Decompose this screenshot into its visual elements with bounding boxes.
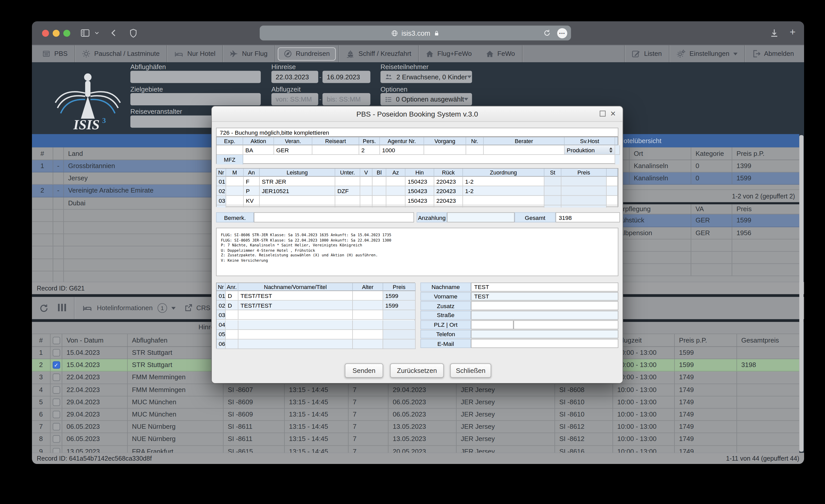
passenger-cell-r4-c3[interactable]	[353, 330, 383, 339]
passenger-cell-r0-c1[interactable]: D	[226, 291, 238, 301]
zoom-traffic-light[interactable]	[63, 30, 70, 37]
services-cell-r0-c10[interactable]: 1-2	[463, 177, 544, 186]
shield-icon[interactable]	[129, 27, 138, 39]
services-cell-r2-c9[interactable]: 220423	[434, 196, 463, 205]
flight-row[interactable]: 629.04.2023MUC MünchenSI -860913:15 - 14…	[32, 409, 799, 421]
minimize-traffic-light[interactable]	[53, 30, 60, 37]
services-cell-r1-c7[interactable]	[386, 186, 405, 196]
abflughaefen-input[interactable]	[130, 71, 261, 83]
row-checkbox[interactable]	[52, 374, 60, 381]
contact-input-telefon[interactable]	[471, 330, 618, 338]
hotelinformationen-label[interactable]: Hotelinformationen	[97, 304, 153, 312]
contact-input-zusatz[interactable]	[471, 302, 618, 311]
close-icon[interactable]: ×	[608, 107, 618, 120]
contact-input-e-mail[interactable]	[471, 339, 618, 348]
booking-cell-7[interactable]	[466, 145, 484, 155]
passenger-cell-r5-c4[interactable]	[383, 339, 416, 349]
services-cell-r0-c4[interactable]	[335, 177, 360, 186]
services-cell-r2-c7[interactable]	[386, 196, 405, 205]
passenger-cell-r2-c1[interactable]	[226, 311, 238, 320]
contact-input-nachname[interactable]: TEST	[471, 282, 618, 291]
schliessen-button[interactable]: Schließen	[450, 363, 491, 378]
services-cell-r2-c12[interactable]	[561, 196, 607, 205]
svhost-select[interactable]: Produktion	[565, 145, 615, 155]
passenger-cell-r1-c2[interactable]: TEST/TEST	[238, 301, 353, 311]
services-cell-r2-c6[interactable]	[372, 196, 386, 205]
new-tab-icon[interactable]: +	[790, 26, 796, 38]
services-cell-r0-c7[interactable]	[386, 177, 405, 186]
row-checkbox[interactable]	[52, 349, 60, 356]
hinreise-von-input[interactable]: 22.03.2023	[272, 71, 318, 83]
services-cell-r1-c5[interactable]	[360, 186, 372, 196]
passenger-cell-r1-c1[interactable]: D	[226, 301, 238, 311]
nav-item-fewo[interactable]: FeWo	[478, 45, 522, 62]
refresh-icon[interactable]	[39, 304, 48, 313]
passenger-cell-r3-c4[interactable]	[383, 320, 416, 330]
nav-item-abmelden[interactable]: Abmelden	[745, 45, 801, 62]
services-cell-r0-c8[interactable]: 150423	[405, 177, 435, 186]
row-checkbox[interactable]	[52, 448, 60, 453]
zuruecksetzen-button[interactable]: Zurücksetzen	[390, 363, 444, 378]
services-cell-r1-c9[interactable]: 220423	[434, 186, 463, 196]
contact-input-vorname[interactable]: TEST	[471, 292, 618, 301]
modal-titlebar[interactable]: PBS - Poseidon Booking System v.3.0 ×	[212, 106, 622, 122]
services-cell-r1-c10[interactable]: 1-2	[463, 186, 544, 196]
services-cell-r1-c3[interactable]: JER10521	[260, 186, 335, 196]
passenger-cell-r5-c1[interactable]	[226, 339, 238, 349]
anzahlung-input[interactable]	[447, 212, 515, 223]
maximize-icon[interactable]	[600, 111, 606, 116]
contact-input-plz[interactable]	[471, 320, 514, 329]
nav-item-nur-hotel[interactable]: Nur Hotel	[167, 45, 222, 62]
senden-button[interactable]: Senden	[345, 363, 383, 378]
row-checkbox[interactable]	[52, 435, 60, 443]
bemerk-input[interactable]	[254, 212, 414, 223]
nav-item-pauschal-lastminute[interactable]: Pauschal / Lastminute	[75, 45, 167, 62]
nav-item-flug-fewo[interactable]: Flug+FeWo	[419, 45, 478, 62]
hinreise-bis-input[interactable]: 16.09.2023	[322, 71, 370, 83]
passenger-cell-r4-c4[interactable]	[383, 330, 416, 339]
passenger-cell-r3-c3[interactable]	[353, 320, 383, 330]
booking-details-textarea[interactable]: FLUG: SI-8606 STR-JER Klasse: Sa 15.04.2…	[216, 228, 618, 276]
row-checkbox[interactable]: ✓	[52, 361, 60, 369]
booking-cell-2[interactable]: GER	[274, 145, 312, 155]
services-cell-r0-c11[interactable]	[544, 177, 561, 186]
services-cell-r0-c5[interactable]	[360, 177, 372, 186]
reload-icon[interactable]	[543, 29, 551, 37]
main-scrollbar[interactable]	[799, 135, 804, 452]
flight-row[interactable]: 529.04.2023MUC MünchenSI -860913:15 - 14…	[32, 396, 799, 409]
services-cell-r2-c2[interactable]: KV	[244, 196, 260, 205]
passenger-cell-r3-c1[interactable]	[226, 320, 238, 330]
row-checkbox[interactable]	[52, 411, 60, 418]
services-cell-r0-c1[interactable]	[226, 177, 244, 186]
services-cell-r1-c8[interactable]: 150423	[405, 186, 435, 196]
columns-icon[interactable]	[57, 304, 67, 313]
row-checkbox[interactable]	[52, 423, 60, 431]
services-cell-r1-c6[interactable]	[372, 186, 386, 196]
services-cell-r1-c12[interactable]	[561, 186, 607, 196]
flight-row[interactable]: 806.05.2023NUE NürnbergSI -861113:15 - 1…	[32, 433, 799, 445]
booking-cell-8[interactable]	[484, 145, 565, 155]
passenger-cell-r2-c4[interactable]	[383, 311, 416, 320]
select-all-checkbox[interactable]	[52, 336, 60, 344]
gesamt-input[interactable]: 3198	[555, 212, 620, 223]
nav-item-listen[interactable]: Listen	[625, 45, 669, 62]
booking-cell-6[interactable]	[424, 145, 466, 155]
close-traffic-light[interactable]	[42, 30, 49, 37]
passenger-cell-r4-c2[interactable]	[238, 330, 353, 339]
passenger-cell-r2-c3[interactable]	[353, 311, 383, 320]
download-icon[interactable]	[769, 27, 779, 39]
contact-input-ort[interactable]	[514, 320, 618, 329]
services-cell-r0-c2[interactable]: F	[244, 177, 260, 186]
services-cell-r2-c5[interactable]	[360, 196, 372, 205]
passenger-cell-r5-c3[interactable]	[353, 339, 383, 349]
services-cell-r0-c12[interactable]	[561, 177, 607, 186]
abflugzeit-von-input[interactable]: von: SS:MM	[272, 93, 318, 105]
contact-input-stra-e[interactable]	[471, 311, 618, 320]
booking-cell-5[interactable]: 1000	[380, 145, 424, 155]
row-checkbox[interactable]	[52, 398, 60, 406]
passenger-cell-r5-c2[interactable]	[238, 339, 353, 349]
optionen-dropdown[interactable]: 0 Optionen ausgewählt	[380, 93, 472, 105]
passenger-cell-r4-c1[interactable]	[226, 330, 238, 339]
reiseteilnehmer-dropdown[interactable]: 2 Erwachsene, 0 Kinder	[380, 71, 472, 83]
mfz-input[interactable]	[243, 155, 615, 165]
